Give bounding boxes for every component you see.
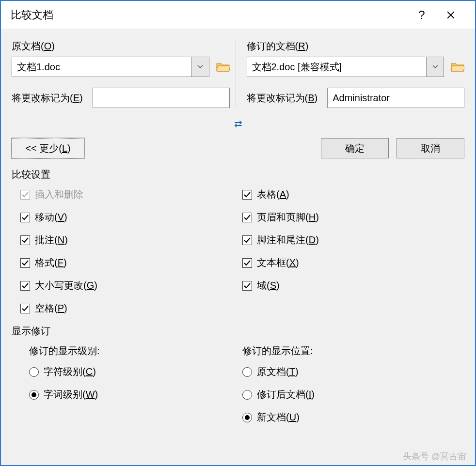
close-icon bbox=[446, 11, 455, 19]
checkbox bbox=[20, 258, 30, 268]
swap-documents-button[interactable]: ⇄ bbox=[234, 118, 242, 129]
compare-settings: 插入和删除移动(V)批注(N)格式(F)大小写更改(G)空格(P) 表格(A)页… bbox=[12, 188, 464, 325]
checkbox bbox=[20, 304, 30, 313]
revised-mark-label: 将更改标记为(B) bbox=[247, 92, 318, 105]
radio-label: 修订后文档(I) bbox=[257, 388, 315, 401]
original-doc-value: 文档1.doc bbox=[12, 61, 191, 74]
radio-label: 原文档(T) bbox=[257, 365, 299, 378]
checkbox-item[interactable]: 文本框(X) bbox=[242, 256, 464, 269]
checkbox-label: 批注(N) bbox=[35, 233, 68, 247]
radio bbox=[242, 390, 252, 400]
folder-icon[interactable] bbox=[451, 62, 464, 72]
checkbox-item[interactable]: 页眉和页脚(H) bbox=[242, 211, 464, 224]
revised-doc-label: 修订的文档(R) bbox=[247, 40, 465, 53]
revised-doc-dropdown-button[interactable] bbox=[426, 57, 444, 77]
revised-document-section: 修订的文档(R) 文档2.doc [兼容模式] 将更改标记为(B) bbox=[236, 40, 465, 108]
checkbox-label: 脚注和尾注(D) bbox=[257, 233, 319, 247]
original-doc-combo[interactable]: 文档1.doc bbox=[12, 57, 209, 77]
checkbox-label: 页眉和页脚(H) bbox=[257, 211, 319, 224]
radio-item[interactable]: 修订后文档(I) bbox=[242, 388, 464, 401]
folder-icon[interactable] bbox=[216, 62, 230, 72]
watermark: 头条号 @冥古宙 bbox=[403, 450, 466, 462]
checkbox-item[interactable]: 域(S) bbox=[242, 279, 464, 292]
original-doc-dropdown-button[interactable] bbox=[191, 57, 209, 77]
checkbox-label: 格式(F) bbox=[35, 256, 67, 269]
less-button[interactable]: << 更少(L) bbox=[12, 138, 84, 158]
checkbox bbox=[242, 213, 252, 222]
help-button[interactable]: ? bbox=[407, 1, 436, 29]
checkbox bbox=[20, 190, 30, 200]
checkbox bbox=[20, 235, 30, 245]
radio-item[interactable]: 新文档(U) bbox=[242, 411, 464, 424]
checkbox bbox=[20, 213, 30, 222]
radio-label: 新文档(U) bbox=[257, 411, 300, 424]
checkbox-item[interactable]: 格式(F) bbox=[20, 256, 242, 269]
dialog-body: 原文档(O) 文档1.doc 将更改标记为(E) bbox=[1, 29, 475, 465]
checkbox bbox=[242, 235, 252, 245]
revised-doc-value: 文档2.doc [兼容模式] bbox=[247, 61, 427, 74]
chevron-down-icon bbox=[197, 65, 203, 69]
cancel-button[interactable]: 取消 bbox=[397, 138, 464, 158]
compare-settings-header: 比较设置 bbox=[12, 168, 464, 181]
checkbox-item[interactable]: 大小写更改(G) bbox=[20, 279, 242, 292]
checkbox-label: 空格(P) bbox=[35, 302, 67, 315]
checkbox bbox=[242, 258, 252, 268]
show-changes: 修订的显示级别: 字符级别(C)字词级别(W) 修订的显示位置: 原文档(T)修… bbox=[12, 344, 464, 434]
checkbox bbox=[242, 190, 252, 200]
radio-label: 字词级别(W) bbox=[44, 388, 98, 401]
checkbox-item[interactable]: 表格(A) bbox=[242, 188, 464, 201]
ok-button[interactable]: 确定 bbox=[321, 138, 389, 158]
radio bbox=[29, 367, 39, 377]
checkbox-label: 大小写更改(G) bbox=[35, 279, 97, 292]
revised-doc-combo[interactable]: 文档2.doc [兼容模式] bbox=[247, 57, 444, 77]
titlebar: 比较文档 ? bbox=[1, 1, 475, 29]
checkbox-label: 插入和删除 bbox=[35, 188, 83, 201]
radio bbox=[242, 367, 252, 377]
checkbox-label: 域(S) bbox=[257, 279, 280, 292]
dialog-title: 比较文档 bbox=[11, 8, 407, 22]
checkbox-item[interactable]: 批注(N) bbox=[20, 233, 242, 247]
checkbox-label: 移动(V) bbox=[35, 211, 67, 224]
checkbox-item[interactable]: 移动(V) bbox=[20, 211, 242, 224]
radio bbox=[242, 413, 252, 422]
show-changes-header: 显示修订 bbox=[12, 325, 464, 338]
radio-item[interactable]: 字符级别(C) bbox=[20, 365, 242, 378]
chevron-down-icon bbox=[432, 65, 438, 69]
radio-label: 字符级别(C) bbox=[44, 365, 96, 378]
checkbox bbox=[242, 281, 252, 291]
compare-documents-dialog: 比较文档 ? 原文档(O) 文档1.doc bbox=[0, 0, 476, 466]
radio-item[interactable]: 原文档(T) bbox=[242, 365, 464, 378]
checkbox-label: 表格(A) bbox=[257, 188, 289, 201]
original-mark-input[interactable] bbox=[93, 88, 230, 108]
checkbox-item[interactable]: 空格(P) bbox=[20, 302, 242, 315]
revised-mark-input[interactable]: Administrator bbox=[327, 88, 464, 108]
location-header: 修订的显示位置: bbox=[242, 344, 464, 357]
checkbox-item[interactable]: 脚注和尾注(D) bbox=[242, 233, 464, 247]
document-selectors: 原文档(O) 文档1.doc 将更改标记为(E) bbox=[12, 40, 464, 108]
action-buttons-row: << 更少(L) 确定 取消 bbox=[12, 138, 464, 158]
original-doc-label: 原文档(O) bbox=[12, 40, 230, 53]
radio-item[interactable]: 字词级别(W) bbox=[20, 388, 242, 401]
close-button[interactable] bbox=[436, 1, 465, 29]
original-document-section: 原文档(O) 文档1.doc 将更改标记为(E) bbox=[12, 40, 236, 108]
checkbox-label: 文本框(X) bbox=[257, 256, 299, 269]
level-header: 修订的显示级别: bbox=[20, 344, 242, 357]
radio bbox=[29, 390, 39, 400]
original-mark-label: 将更改标记为(E) bbox=[12, 92, 83, 105]
checkbox-item: 插入和删除 bbox=[20, 188, 242, 201]
checkbox bbox=[20, 281, 30, 291]
